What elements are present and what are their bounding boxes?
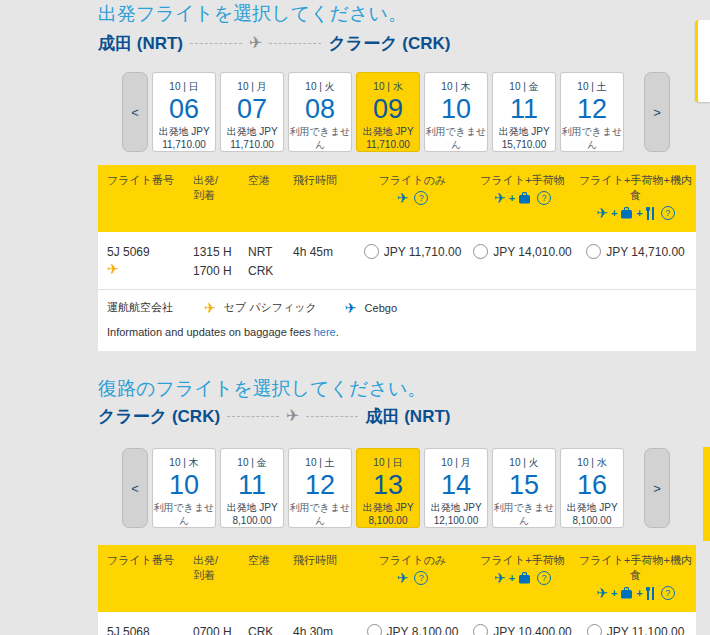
operating-carrier-row: 運航航空会社 ✈ セブ パシフィック ✈ Cebgo xyxy=(98,290,696,315)
fare-option-flight-baggage[interactable]: JPY 10,400.00 xyxy=(470,623,575,635)
date-card[interactable]: 10 | 金 11 出発地 JPY15,710.00 xyxy=(492,72,556,152)
return-origin: クラーク (CRK) xyxy=(98,405,220,428)
route-plane-icon: ✈ xyxy=(249,35,262,51)
return-prev-dates-button[interactable]: < xyxy=(122,448,148,528)
date-day-label: 10 | 月 xyxy=(441,456,470,470)
date-unavailable-label: 利用できません xyxy=(493,501,555,527)
outbound-section-title: 出発フライトを選択してください。 xyxy=(98,1,407,27)
airports-cell: CRKNRT xyxy=(248,623,293,635)
date-day-label: 10 | 土 xyxy=(305,456,334,470)
route-dash-line xyxy=(190,43,242,44)
plus-sign: + xyxy=(509,193,515,204)
help-icon[interactable]: ? xyxy=(537,191,551,205)
return-next-dates-button[interactable]: > xyxy=(644,448,670,528)
outbound-origin: 成田 (NRT) xyxy=(98,32,183,55)
date-card-unavailable[interactable]: 10 | 火 15 利用できません xyxy=(492,448,556,528)
date-card[interactable]: 10 | 金 11 出発地 JPY8,100.00 xyxy=(220,448,284,528)
return-fare-table: フライト番号 出発/到着 空港 飛行時間 フライトのみ ✈ ? フライト+手荷物… xyxy=(98,545,696,635)
date-number: 12 xyxy=(305,470,335,500)
airline-plane-icon: ✈ xyxy=(107,262,193,276)
fare-price: JPY 14,710.00 xyxy=(606,243,685,262)
plane-icon: ✈ xyxy=(494,571,506,585)
radio-button[interactable] xyxy=(473,624,488,635)
fare-option-flight-baggage-meal[interactable]: JPY 14,710.00 xyxy=(575,243,696,280)
col-fare-flight-only: フライトのみ ✈ ? xyxy=(355,173,470,232)
date-price: 出発地 JPY11,710.00 xyxy=(153,125,215,151)
airports-cell: NRTCRK xyxy=(248,243,293,280)
date-day-label: 10 | 日 xyxy=(373,456,402,470)
date-card-unavailable[interactable]: 10 | 木 10 利用できません xyxy=(424,72,488,152)
outbound-prev-dates-button[interactable]: < xyxy=(122,72,148,152)
operating-carrier-label: 運航航空会社 xyxy=(107,300,204,315)
date-day-label: 10 | 木 xyxy=(169,456,198,470)
date-number: 06 xyxy=(169,94,199,124)
date-card-unavailable[interactable]: 10 | 土 12 利用できません xyxy=(560,72,624,152)
fare-option-flight-only[interactable]: JPY 11,710.00 xyxy=(355,243,470,280)
duration-cell: 4h 45m xyxy=(293,243,355,280)
date-card-unavailable[interactable]: 10 | 木 10 利用できません xyxy=(152,448,216,528)
meal-icon xyxy=(646,587,655,600)
date-card-unavailable[interactable]: 10 | 火 08 利用できません xyxy=(288,72,352,152)
times-cell: 0700 H1230 H xyxy=(193,623,248,635)
col-fare-flight-baggage: フライト+手荷物 ✈ + ? xyxy=(470,173,575,232)
date-card[interactable]: 10 | 日 06 出発地 JPY11,710.00 xyxy=(152,72,216,152)
date-number: 14 xyxy=(441,470,471,500)
plane-icon: ✈ xyxy=(397,571,409,585)
outbound-next-dates-button[interactable]: > xyxy=(644,72,670,152)
date-card-selected[interactable]: 10 | 水 09 出発地 JPY11,710.00 xyxy=(356,72,420,152)
date-card-selected[interactable]: 10 | 日 13 出発地 JPY8,100.00 xyxy=(356,448,420,528)
col-flight-number: フライト番号 xyxy=(98,173,193,232)
outbound-route: 成田 (NRT) ✈ クラーク (CRK) xyxy=(98,31,450,55)
help-icon[interactable]: ? xyxy=(661,206,675,220)
baggage-fees-note: Information and updates on baggage fees … xyxy=(98,315,696,351)
help-icon[interactable]: ? xyxy=(661,586,675,600)
plus-sign: + xyxy=(636,208,642,219)
date-number: 10 xyxy=(169,470,199,500)
radio-button[interactable] xyxy=(367,624,382,635)
col-fare-flight-baggage-meal: フライト+手荷物+機内食 ✈ + + ? xyxy=(575,553,696,612)
help-icon[interactable]: ? xyxy=(414,571,428,585)
duration-cell: 4h 30m xyxy=(293,623,355,635)
date-unavailable-label: 利用できません xyxy=(425,125,487,151)
fare-price: JPY 10,400.00 xyxy=(493,623,572,635)
radio-button[interactable] xyxy=(473,244,488,259)
date-day-label: 10 | 火 xyxy=(305,80,334,94)
col-airport: 空港 xyxy=(248,173,293,232)
date-card[interactable]: 10 | 水 16 出発地 JPY8,100.00 xyxy=(560,448,624,528)
date-card[interactable]: 10 | 月 07 出発地 JPY11,710.00 xyxy=(220,72,284,152)
route-dash-line xyxy=(306,416,358,417)
fare-option-flight-baggage-meal[interactable]: JPY 11,100.00 xyxy=(575,623,696,635)
flight-number-cell: 5J 5068 ✈ xyxy=(98,623,193,635)
fare-table-body: 5J 5068 ✈ 0700 H1230 H CRKNRT 4h 30m JPY… xyxy=(98,612,696,635)
times-cell: 1315 H1700 H xyxy=(193,243,248,280)
help-icon[interactable]: ? xyxy=(414,191,428,205)
help-icon[interactable]: ? xyxy=(537,571,551,585)
cebu-pacific-plane-icon: ✈ xyxy=(204,301,216,315)
col-duration: 飛行時間 xyxy=(293,173,355,232)
fare-option-flight-baggage[interactable]: JPY 14,010.00 xyxy=(470,243,575,280)
col-fare-flight-baggage-meal: フライト+手荷物+機内食 ✈ + + ? xyxy=(575,173,696,232)
fare-price: JPY 14,010.00 xyxy=(493,243,572,262)
col-airport: 空港 xyxy=(248,553,293,612)
baggage-fees-link[interactable]: here xyxy=(314,326,336,338)
date-card[interactable]: 10 | 月 14 出発地 JPY12,100.00 xyxy=(424,448,488,528)
date-price: 出発地 JPY8,100.00 xyxy=(221,501,283,527)
fare-price: JPY 11,100.00 xyxy=(607,623,685,635)
radio-button[interactable] xyxy=(364,244,379,259)
date-day-label: 10 | 日 xyxy=(169,80,198,94)
date-price: 出発地 JPY12,100.00 xyxy=(425,501,487,527)
meal-icon xyxy=(646,207,655,220)
radio-button[interactable] xyxy=(587,624,602,635)
radio-button[interactable] xyxy=(586,244,601,259)
baggage-icon xyxy=(620,207,633,219)
cutoff-yellow-panel xyxy=(703,447,710,541)
fare-option-flight-only[interactable]: JPY 8,100.00 xyxy=(355,623,470,635)
return-route: クラーク (CRK) ✈ 成田 (NRT) xyxy=(98,404,450,428)
date-card-unavailable[interactable]: 10 | 土 12 利用できません xyxy=(288,448,352,528)
col-dep-arr: 出発/到着 xyxy=(193,173,248,232)
outbound-destination: クラーク (CRK) xyxy=(328,32,450,55)
date-number: 07 xyxy=(237,94,267,124)
date-number: 09 xyxy=(373,94,403,124)
baggage-icon xyxy=(518,192,531,204)
date-unavailable-label: 利用できません xyxy=(561,125,623,151)
